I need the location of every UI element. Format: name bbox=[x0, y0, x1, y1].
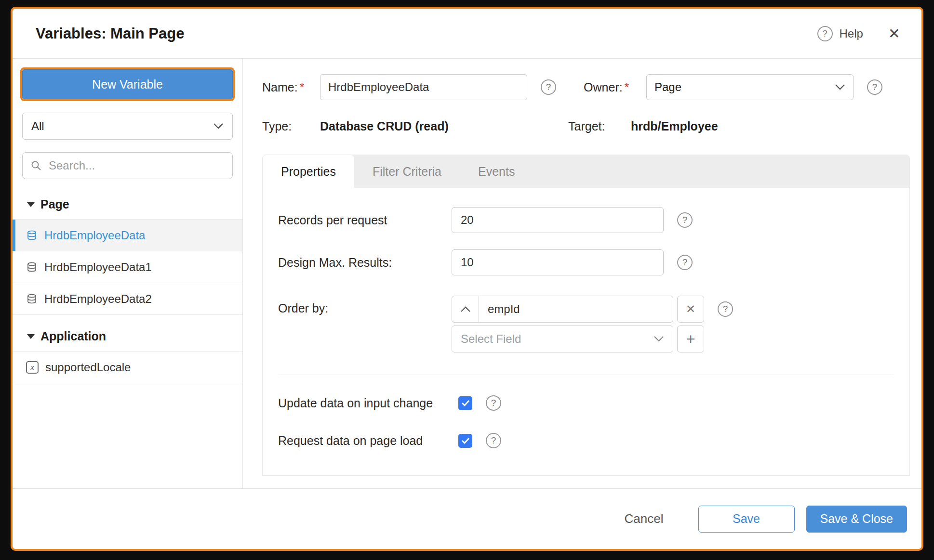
save-and-close-button[interactable]: Save & Close bbox=[806, 506, 907, 533]
database-icon bbox=[26, 261, 38, 273]
variable-detail: Name:* ? Owner:* Page ? bbox=[243, 59, 921, 488]
sidebar-item-label: HrdbEmployeeData bbox=[44, 229, 145, 242]
update-on-input-label: Update data on input change bbox=[278, 396, 452, 410]
help-icon[interactable]: ? bbox=[867, 79, 882, 95]
sidebar-item-label: HrdbEmployeeData1 bbox=[44, 260, 152, 274]
dialog-header: Variables: Main Page ? Help ✕ bbox=[13, 9, 921, 59]
variable-filter-value: All bbox=[31, 119, 44, 133]
save-button[interactable]: Save bbox=[698, 506, 795, 533]
variables-sidebar: New Variable All Page bbox=[13, 59, 243, 488]
dialog-footer: Cancel Save Save & Close bbox=[13, 488, 921, 549]
check-icon bbox=[462, 401, 469, 405]
chevron-down-icon bbox=[835, 84, 845, 91]
database-icon bbox=[26, 230, 38, 241]
annotation-highlight: New Variable bbox=[20, 67, 235, 101]
owner-dropdown[interactable]: Page bbox=[646, 74, 854, 100]
chevron-down-icon bbox=[213, 123, 224, 130]
tab-properties[interactable]: Properties bbox=[263, 155, 354, 188]
variable-icon: x bbox=[26, 361, 39, 374]
sidebar-item-hrdbemployeedata1[interactable]: HrdbEmployeeData1 bbox=[13, 251, 242, 283]
help-icon[interactable]: ? bbox=[718, 301, 733, 317]
section-divider bbox=[278, 375, 894, 375]
owner-label: Owner:* bbox=[584, 80, 646, 94]
sidebar-item-hrdbemployeedata2[interactable]: HrdbEmployeeData2 bbox=[13, 283, 242, 315]
target-value: hrdb/Employee bbox=[631, 119, 838, 133]
dialog-title: Variables: Main Page bbox=[36, 25, 184, 42]
database-icon bbox=[26, 293, 38, 305]
variable-filter-dropdown[interactable]: All bbox=[22, 113, 233, 140]
sidebar-item-label: supportedLocale bbox=[45, 361, 131, 374]
help-icon[interactable]: ? bbox=[677, 212, 693, 228]
variable-search bbox=[22, 152, 233, 179]
tab-bar: Properties Filter Criteria Events bbox=[263, 155, 909, 188]
request-on-load-label: Request data on page load bbox=[278, 434, 452, 448]
order-by-label: Order by: bbox=[278, 296, 452, 315]
design-max-results-label: Design Max. Results: bbox=[278, 256, 452, 270]
help-icon[interactable]: ? bbox=[486, 395, 501, 411]
records-per-request-field[interactable] bbox=[452, 207, 664, 233]
remove-order-field-button[interactable]: ✕ bbox=[677, 296, 704, 323]
close-icon[interactable]: ✕ bbox=[888, 26, 900, 41]
type-value: Database CRUD (read) bbox=[320, 119, 527, 133]
caret-down-icon bbox=[27, 334, 35, 339]
name-field[interactable] bbox=[320, 74, 527, 100]
variables-dialog: Variables: Main Page ? Help ✕ New Variab… bbox=[11, 7, 923, 551]
help-icon[interactable]: ? bbox=[541, 79, 556, 95]
records-per-request-label: Records per request bbox=[278, 213, 452, 227]
help-label[interactable]: Help bbox=[840, 27, 863, 40]
owner-value: Page bbox=[654, 80, 681, 94]
select-field-dropdown[interactable]: Select Field bbox=[452, 326, 673, 352]
update-on-input-checkbox[interactable] bbox=[458, 396, 472, 410]
select-field-placeholder: Select Field bbox=[461, 332, 521, 346]
help-icon[interactable]: ? bbox=[817, 26, 833, 41]
cancel-button[interactable]: Cancel bbox=[622, 511, 667, 527]
add-order-field-button[interactable]: + bbox=[677, 326, 704, 352]
sidebar-section-application[interactable]: Application bbox=[13, 329, 242, 343]
sidebar-item-label: HrdbEmployeeData2 bbox=[44, 292, 152, 306]
new-variable-button[interactable]: New Variable bbox=[22, 69, 233, 99]
type-label: Type: bbox=[262, 119, 320, 133]
search-icon bbox=[30, 160, 42, 171]
name-label: Name:* bbox=[262, 80, 320, 94]
chevron-down-icon bbox=[654, 336, 664, 342]
tab-filter-criteria[interactable]: Filter Criteria bbox=[354, 155, 460, 188]
request-on-load-checkbox[interactable] bbox=[458, 434, 472, 448]
tab-events[interactable]: Events bbox=[460, 155, 533, 188]
sort-ascending-icon[interactable] bbox=[452, 296, 479, 322]
search-input[interactable] bbox=[48, 158, 225, 173]
order-by-field[interactable]: empId bbox=[479, 296, 673, 322]
sidebar-section-page[interactable]: Page bbox=[13, 197, 242, 211]
design-max-results-field[interactable] bbox=[452, 249, 664, 275]
check-icon bbox=[462, 438, 469, 443]
help-icon[interactable]: ? bbox=[486, 433, 501, 448]
target-label: Target: bbox=[568, 119, 631, 133]
caret-down-icon bbox=[27, 202, 35, 207]
sidebar-item-supportedlocale[interactable]: x supportedLocale bbox=[13, 352, 242, 383]
sidebar-item-hrdbemployeedata[interactable]: HrdbEmployeeData bbox=[13, 220, 242, 251]
help-icon[interactable]: ? bbox=[677, 255, 693, 270]
properties-panel: Properties Filter Criteria Events Record… bbox=[262, 155, 910, 476]
order-by-control: empId ✕ Select Field bbox=[452, 296, 704, 352]
